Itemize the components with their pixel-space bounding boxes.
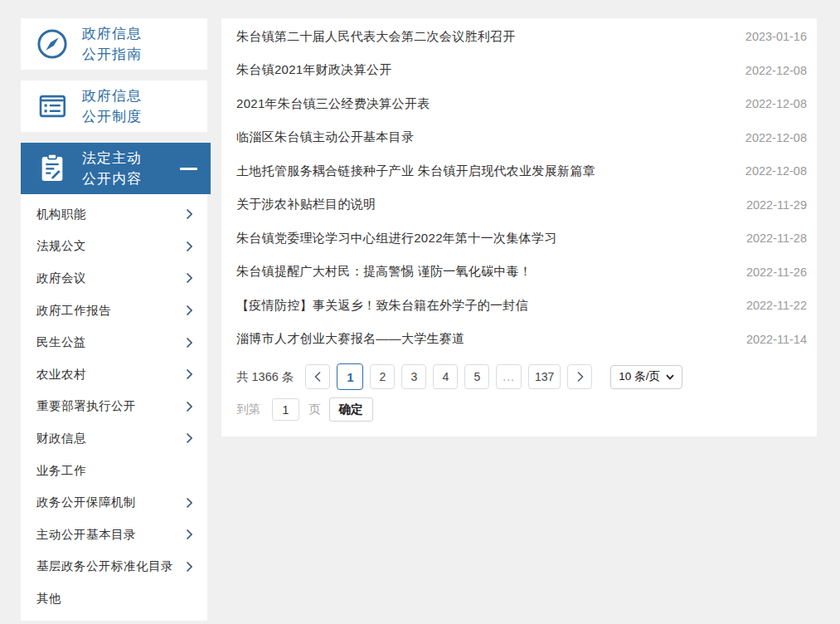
goto-page-row: 到第 页 确定 bbox=[236, 397, 807, 422]
sidebar: 政府信息 公开指南 政府信息 公开制度 bbox=[21, 18, 207, 621]
news-row[interactable]: 2021年朱台镇三公经费决算公开表 2022-12-08 bbox=[236, 87, 807, 121]
sidebar-item-zhongyaobushu[interactable]: 重要部署执行公开 bbox=[21, 391, 207, 423]
news-row[interactable]: 土地托管服务耦合链接种子产业 朱台镇开启现代农业发展新篇章 2022-12-08 bbox=[236, 154, 807, 188]
news-date: 2022-12-08 bbox=[745, 64, 807, 77]
sidebar-item-jibenmulu[interactable]: 主动公开基本目录 bbox=[21, 519, 207, 551]
sidebar-item-caizhengxinxi[interactable]: 财政信息 bbox=[21, 422, 207, 455]
news-title[interactable]: 2021年朱台镇三公经费决算公开表 bbox=[236, 96, 430, 112]
news-date: 2022-11-28 bbox=[746, 232, 807, 245]
chevron-right-icon bbox=[186, 305, 193, 316]
chevron-right-icon bbox=[186, 529, 193, 540]
chevron-right-icon bbox=[186, 241, 193, 252]
sidebar-item-yewugongzuo[interactable]: 业务工作 bbox=[21, 455, 207, 487]
sidebar-item-guide[interactable]: 政府信息 公开指南 bbox=[21, 18, 207, 70]
minus-icon bbox=[180, 168, 197, 170]
sidebar-sub-list: 机构职能 法规公文 政府会议 政府工作报告 民生公益 农业农村 重要部署执行公开 bbox=[21, 194, 207, 621]
chevron-right-icon bbox=[186, 497, 193, 509]
chevron-right-icon bbox=[186, 401, 193, 412]
pagination-total: 共 1366 条 bbox=[236, 369, 294, 385]
news-row[interactable]: 关于涉农补贴栏目的说明 2022-11-29 bbox=[236, 188, 807, 222]
prev-page-button[interactable] bbox=[305, 364, 330, 389]
news-title[interactable]: 朱台镇第二十届人民代表大会第二次会议胜利召开 bbox=[236, 29, 516, 45]
sidebar-item-legal-disclosure[interactable]: 法定主动 公开内容 bbox=[21, 143, 211, 194]
chevron-down-icon bbox=[666, 374, 674, 380]
news-title[interactable]: 关于涉农补贴栏目的说明 bbox=[236, 197, 376, 212]
news-row[interactable]: 朱台镇党委理论学习中心组进行2022年第十一次集体学习 2022-11-28 bbox=[236, 222, 807, 256]
page-size-label: 10 条/页 bbox=[619, 369, 660, 384]
sidebar-item-faguigongwen[interactable]: 法规公文 bbox=[21, 231, 207, 263]
news-date: 2022-11-26 bbox=[746, 266, 807, 279]
chevron-right-icon bbox=[186, 272, 193, 284]
chevron-right-icon bbox=[186, 337, 193, 349]
news-title[interactable]: 朱台镇2021年财政决算公开 bbox=[236, 62, 392, 78]
next-page-button[interactable] bbox=[567, 364, 592, 389]
news-title[interactable]: 土地托管服务耦合链接种子产业 朱台镇开启现代农业发展新篇章 bbox=[236, 163, 595, 179]
chevron-right-icon bbox=[186, 561, 193, 573]
sidebar-item-gongzuobaogao[interactable]: 政府工作报告 bbox=[21, 295, 207, 327]
news-list-panel: 朱台镇第二十届人民代表大会第二次会议胜利召开 2023-01-16 朱台镇202… bbox=[221, 18, 817, 436]
news-title[interactable]: 淄博市人才创业大赛报名——大学生赛道 bbox=[236, 331, 464, 347]
confirm-button[interactable]: 确定 bbox=[329, 397, 373, 422]
sidebar-item-legal-disclosure-label: 法定主动 公开内容 bbox=[82, 148, 142, 189]
page-button-137[interactable]: 137 bbox=[528, 364, 561, 389]
chevron-right-icon bbox=[186, 368, 193, 380]
news-title[interactable]: 朱台镇提醒广大村民：提高警惕 谨防一氧化碳中毒！ bbox=[236, 264, 532, 280]
news-date: 2022-11-22 bbox=[746, 299, 807, 312]
chevron-right-icon bbox=[186, 432, 193, 444]
sidebar-item-biaozhunhuamulu[interactable]: 基层政务公开标准化目录 bbox=[21, 551, 207, 583]
news-row[interactable]: 淄博市人才创业大赛报名——大学生赛道 2022-11-14 bbox=[236, 323, 807, 357]
sidebar-item-system-label: 政府信息 公开制度 bbox=[82, 85, 142, 127]
sidebar-item-qita[interactable]: 其他 bbox=[21, 583, 207, 615]
page-button-4[interactable]: 4 bbox=[433, 364, 458, 389]
clipboard-pencil-icon bbox=[34, 150, 70, 187]
news-row[interactable]: 朱台镇第二十届人民代表大会第二次会议胜利召开 2023-01-16 bbox=[236, 20, 807, 54]
pagination: 共 1366 条 1 2 3 4 5 ... 137 10 条/页 bbox=[236, 363, 807, 390]
sidebar-item-zhengfuhuiyi[interactable]: 政府会议 bbox=[21, 262, 207, 295]
compass-icon bbox=[34, 26, 70, 62]
news-title[interactable]: 【疫情防控】事关返乡！致朱台籍在外学子的一封信 bbox=[236, 298, 528, 314]
sidebar-item-guide-label: 政府信息 公开指南 bbox=[82, 23, 142, 65]
news-row[interactable]: 朱台镇2021年财政决算公开 2022-12-08 bbox=[236, 54, 807, 88]
page-button-2[interactable]: 2 bbox=[370, 364, 395, 389]
sidebar-item-jigouzhineng[interactable]: 机构职能 bbox=[21, 198, 207, 231]
sidebar-item-baozhangjizhi[interactable]: 政务公开保障机制 bbox=[21, 486, 207, 519]
page-ellipsis[interactable]: ... bbox=[496, 364, 522, 389]
news-row[interactable]: 【疫情防控】事关返乡！致朱台籍在外学子的一封信 2022-11-22 bbox=[236, 289, 807, 323]
notebook-list-icon bbox=[34, 88, 70, 124]
news-date: 2022-12-08 bbox=[745, 131, 807, 144]
sidebar-item-system[interactable]: 政府信息 公开制度 bbox=[21, 80, 207, 132]
chevron-right-icon bbox=[186, 208, 193, 220]
news-date: 2022-11-14 bbox=[746, 333, 807, 346]
page-button-1[interactable]: 1 bbox=[337, 363, 363, 390]
news-date: 2023-01-16 bbox=[745, 30, 807, 43]
page-button-3[interactable]: 3 bbox=[401, 364, 426, 389]
goto-suffix-label: 页 bbox=[308, 402, 321, 417]
page-size-select[interactable]: 10 条/页 bbox=[610, 365, 682, 389]
sidebar-item-nongyenongcun[interactable]: 农业农村 bbox=[21, 358, 207, 391]
goto-prefix-label: 到第 bbox=[236, 402, 260, 417]
page-button-5[interactable]: 5 bbox=[464, 364, 489, 389]
news-title[interactable]: 临淄区朱台镇主动公开基本目录 bbox=[236, 129, 414, 145]
sidebar-item-minshenggongyi[interactable]: 民生公益 bbox=[21, 326, 207, 358]
news-row[interactable]: 临淄区朱台镇主动公开基本目录 2022-12-08 bbox=[236, 121, 807, 155]
news-date: 2022-12-08 bbox=[745, 97, 807, 110]
news-row[interactable]: 朱台镇提醒广大村民：提高警惕 谨防一氧化碳中毒！ 2022-11-26 bbox=[236, 256, 807, 290]
news-date: 2022-12-08 bbox=[745, 164, 807, 178]
news-title[interactable]: 朱台镇党委理论学习中心组进行2022年第十一次集体学习 bbox=[236, 231, 556, 246]
goto-page-input[interactable] bbox=[272, 398, 299, 421]
news-date: 2022-11-29 bbox=[746, 198, 807, 212]
